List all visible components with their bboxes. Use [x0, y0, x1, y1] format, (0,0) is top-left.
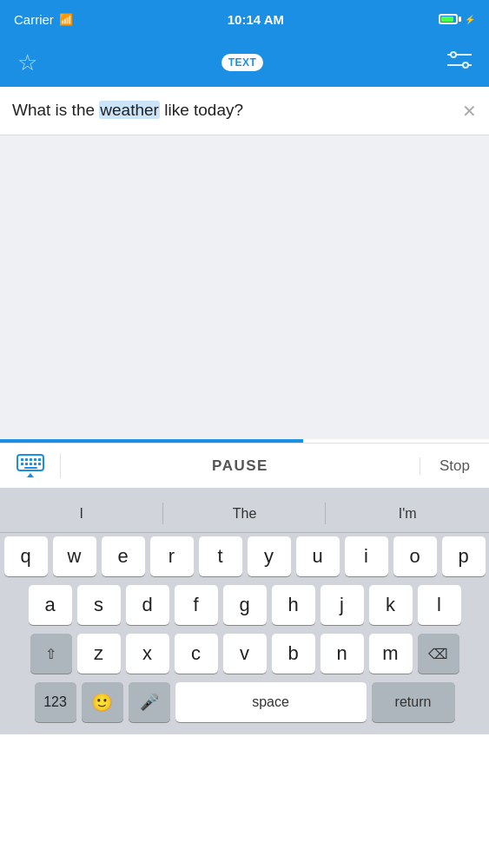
- key-z[interactable]: z: [77, 634, 121, 674]
- key-q[interactable]: q: [4, 536, 48, 576]
- key-i[interactable]: i: [345, 536, 388, 576]
- battery-fill: [441, 16, 453, 22]
- key-l[interactable]: l: [418, 585, 461, 625]
- key-b[interactable]: b: [272, 634, 315, 674]
- clear-button[interactable]: ✕: [462, 101, 477, 122]
- svg-rect-16: [38, 463, 41, 465]
- status-bar: Carrier 📶 10:14 AM ⚡: [0, 0, 489, 38]
- toolbar: ☆ TEXT: [0, 38, 489, 87]
- svg-rect-17: [24, 467, 37, 469]
- carrier-label: Carrier: [14, 12, 54, 27]
- keyboard: I The I'm q w e r t y u i o p a s d f g …: [0, 488, 489, 734]
- progress-bar-fill: [0, 439, 303, 443]
- status-time: 10:14 AM: [228, 12, 284, 27]
- suggestion-the[interactable]: The: [163, 495, 327, 532]
- search-input[interactable]: What is the weather like today?: [12, 100, 453, 122]
- key-o[interactable]: o: [393, 536, 437, 576]
- key-rows: q w e r t y u i o p a s d f g h j k l ⇧ …: [0, 533, 489, 722]
- key-w[interactable]: w: [53, 536, 96, 576]
- svg-rect-13: [25, 463, 28, 465]
- svg-rect-9: [30, 458, 32, 461]
- emoji-key[interactable]: 🙂: [82, 682, 123, 722]
- settings-icon[interactable]: [447, 50, 472, 75]
- svg-rect-15: [34, 463, 36, 465]
- pause-button[interactable]: PAUSE: [61, 457, 420, 475]
- svg-rect-10: [34, 458, 36, 461]
- key-t[interactable]: t: [199, 536, 242, 576]
- stop-button[interactable]: Stop: [420, 457, 489, 475]
- progress-bar-container: [0, 439, 489, 443]
- mic-key[interactable]: 🎤: [129, 682, 170, 722]
- key-x[interactable]: x: [126, 634, 169, 674]
- svg-rect-12: [21, 463, 23, 465]
- key-u[interactable]: u: [296, 536, 340, 576]
- battery-tip: [459, 16, 461, 22]
- charging-icon: ⚡: [465, 15, 475, 24]
- key-h[interactable]: h: [272, 585, 315, 625]
- battery-body: [439, 14, 458, 24]
- query-after: like today?: [160, 101, 243, 119]
- svg-rect-7: [21, 458, 23, 461]
- key-s[interactable]: s: [77, 585, 121, 625]
- text-badge: TEXT: [221, 54, 264, 71]
- content-area: [0, 135, 489, 439]
- delete-key[interactable]: ⌫: [418, 634, 459, 674]
- keyboard-toggle-button[interactable]: [0, 454, 61, 478]
- svg-rect-14: [30, 463, 32, 465]
- key-e[interactable]: e: [102, 536, 145, 576]
- key-p[interactable]: p: [442, 536, 486, 576]
- svg-rect-8: [25, 458, 28, 461]
- battery-icon: [439, 14, 461, 24]
- wifi-icon: 📶: [59, 13, 73, 26]
- shift-key[interactable]: ⇧: [30, 634, 72, 674]
- key-j[interactable]: j: [320, 585, 364, 625]
- favorites-icon[interactable]: ☆: [17, 49, 37, 76]
- query-before: What is the: [12, 101, 99, 119]
- svg-point-0: [451, 52, 456, 57]
- key-d[interactable]: d: [126, 585, 169, 625]
- svg-rect-11: [38, 458, 41, 461]
- key-k[interactable]: k: [369, 585, 413, 625]
- suggestion-im[interactable]: I'm: [326, 495, 489, 532]
- key-y[interactable]: y: [248, 536, 291, 576]
- key-n[interactable]: n: [320, 634, 364, 674]
- key-c[interactable]: c: [175, 634, 218, 674]
- key-v[interactable]: v: [223, 634, 267, 674]
- query-highlight: weather: [99, 101, 160, 119]
- key-row-1: q w e r t y u i o p: [3, 536, 486, 576]
- search-bar[interactable]: What is the weather like today? ✕: [0, 87, 489, 135]
- return-key[interactable]: return: [372, 682, 455, 722]
- svg-point-3: [463, 62, 468, 68]
- key-f[interactable]: f: [175, 585, 218, 625]
- key-g[interactable]: g: [223, 585, 267, 625]
- key-r[interactable]: r: [150, 536, 194, 576]
- key-m[interactable]: m: [369, 634, 413, 674]
- svg-marker-18: [27, 473, 34, 477]
- suggestion-i[interactable]: I: [0, 495, 163, 532]
- key-row-4: 123 🙂 🎤 space return: [3, 682, 486, 722]
- action-bar: PAUSE Stop: [0, 443, 489, 488]
- numbers-key[interactable]: 123: [35, 682, 76, 722]
- suggestions-bar: I The I'm: [0, 495, 489, 533]
- key-row-2: a s d f g h j k l: [3, 585, 486, 625]
- space-key[interactable]: space: [175, 682, 367, 722]
- status-left: Carrier 📶: [14, 12, 73, 27]
- status-right: ⚡: [439, 14, 475, 24]
- key-row-3: ⇧ z x c v b n m ⌫: [3, 634, 486, 674]
- key-a[interactable]: a: [29, 585, 72, 625]
